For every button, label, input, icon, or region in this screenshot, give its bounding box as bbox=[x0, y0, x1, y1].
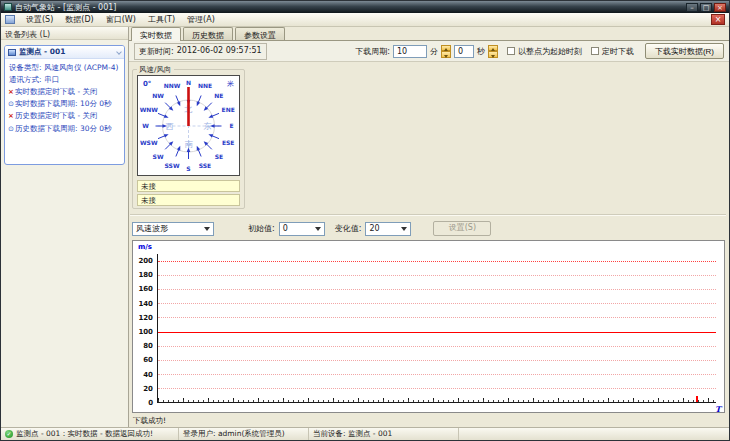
gridline bbox=[158, 346, 716, 347]
wind-unit-label: 米 bbox=[227, 80, 234, 88]
initial-value: 0 bbox=[283, 224, 288, 233]
download-status-text: 下载成功! bbox=[133, 416, 166, 426]
compass-direction-label: E bbox=[229, 122, 233, 129]
device-panel-header[interactable]: 监测点 - 001 bbox=[5, 46, 124, 59]
wind-group: 风速/风向 NNNENEENEEESESESSESSSWSWWSWWWNWNWN… bbox=[132, 69, 245, 209]
mdi-close-button[interactable]: × bbox=[711, 14, 725, 25]
tab-parameter-settings[interactable]: 参数设置 bbox=[235, 27, 285, 40]
seconds-stepper bbox=[488, 45, 498, 58]
compass-direction-label: N bbox=[186, 79, 191, 86]
initial-value-select[interactable]: 0 bbox=[279, 222, 325, 236]
y-tick-label: 0 bbox=[148, 399, 153, 407]
menu-data[interactable]: 数据(D) bbox=[59, 12, 99, 27]
hour-align-checkbox[interactable] bbox=[507, 47, 515, 55]
y-tick-label: 100 bbox=[138, 328, 153, 336]
y-tick-label: 180 bbox=[138, 271, 153, 279]
minimize-button[interactable]: – bbox=[686, 3, 698, 12]
chevron-down-icon bbox=[315, 227, 321, 231]
history-period-text: 历史数据下载周期: 30分 0秒 bbox=[15, 123, 112, 135]
compass-direction-label: WSW bbox=[140, 139, 158, 146]
tab-bar: 实时数据 历史数据 参数设置 bbox=[129, 27, 729, 41]
mdi-child-icon[interactable] bbox=[5, 15, 15, 24]
current-device-cell: 当前设备: 监测点 - 001 bbox=[309, 428, 459, 440]
minutes-unit-label: 分 bbox=[430, 46, 438, 57]
chart-controls: 风速波形 初始值: 0 变化值: 20 设置(S) bbox=[132, 218, 491, 239]
wind-degree-label: 0° bbox=[143, 80, 151, 88]
login-user-cell: 登录用户: admin(系统管理员) bbox=[179, 428, 309, 440]
compass-svg: NNNENEENEEESESESSESSSWSWWSWWWNWNWNNW北南东西… bbox=[138, 76, 239, 175]
gridline bbox=[158, 275, 716, 276]
window-title: 自动气象站 - [监测点 - 001] bbox=[15, 2, 684, 13]
waveform-select[interactable]: 风速波形 bbox=[132, 222, 214, 236]
update-time-label: 更新时间: bbox=[139, 46, 174, 57]
realtime-timed-download-line[interactable]: × 实时数据定时下载 - 关闭 bbox=[7, 86, 122, 98]
menu-tools[interactable]: 工具(T) bbox=[142, 12, 181, 27]
compass-cardinal-label: 西 bbox=[166, 122, 174, 131]
direction-arrow-icon bbox=[176, 149, 179, 156]
success-check-icon: ✓ bbox=[5, 430, 13, 438]
change-value-select[interactable]: 20 bbox=[365, 222, 411, 236]
wind-direction-field: 未接 bbox=[137, 194, 240, 206]
realtime-period-line[interactable]: ⊙ 实时数据下载周期: 10分 0秒 bbox=[7, 98, 122, 110]
maximize-button[interactable]: □ bbox=[700, 3, 712, 12]
waveform-select-value: 风速波形 bbox=[136, 223, 168, 234]
app-window: 自动气象站 - [监测点 - 001] – □ × 设置(S) 数据(D) 窗口… bbox=[0, 0, 730, 441]
minutes-input[interactable]: 10 bbox=[393, 45, 427, 58]
settings-button[interactable]: 设置(S) bbox=[433, 221, 491, 236]
menu-admin[interactable]: 管理(A) bbox=[181, 12, 221, 27]
y-tick-label: 60 bbox=[143, 356, 153, 364]
realtime-timed-download-text: 实时数据定时下载 - 关闭 bbox=[15, 86, 97, 98]
minutes-down-button[interactable] bbox=[441, 51, 451, 58]
y-tick-label: 20 bbox=[143, 385, 153, 393]
timed-download-checkbox-row: 定时下载 bbox=[591, 46, 634, 57]
compass-direction-label: SE bbox=[215, 153, 223, 160]
realtime-content: 风速/风向 NNNENEENEEESESESSESSSWSWWSWWWNWNWN… bbox=[129, 63, 729, 427]
minutes-stepper bbox=[441, 45, 451, 58]
menu-window[interactable]: 窗口(W) bbox=[100, 12, 142, 27]
compass-direction-label: ENE bbox=[222, 106, 235, 113]
y-tick-label: 200 bbox=[138, 257, 153, 265]
compass-direction-label: NE bbox=[214, 92, 223, 99]
realtime-period-text: 实时数据下载周期: 10分 0秒 bbox=[15, 98, 112, 110]
tab-history-data[interactable]: 历史数据 bbox=[183, 27, 233, 40]
section-divider bbox=[130, 214, 726, 216]
timed-download-checkbox[interactable] bbox=[591, 47, 599, 55]
status-empty-cell bbox=[459, 428, 729, 440]
initial-value-label: 初始值: bbox=[248, 223, 275, 234]
gridline bbox=[158, 374, 716, 375]
off-icon: × bbox=[7, 111, 15, 122]
x-axis-ticks bbox=[158, 398, 716, 402]
chevron-down-icon bbox=[401, 227, 407, 231]
gridline bbox=[158, 303, 716, 304]
gridline bbox=[158, 388, 716, 389]
seconds-unit-label: 秒 bbox=[477, 46, 485, 57]
menu-bar: 设置(S) 数据(D) 窗口(W) 工具(T) 管理(A) × bbox=[1, 13, 729, 27]
y-tick-label: 40 bbox=[143, 371, 153, 379]
close-button[interactable]: × bbox=[714, 3, 726, 12]
tab-realtime-data[interactable]: 实时数据 bbox=[131, 27, 181, 41]
device-type-line: 设备类型: 风速风向仪 (ACPM-4) bbox=[7, 62, 122, 74]
download-realtime-button[interactable]: 下载实时数据(R) bbox=[645, 43, 724, 59]
status-message: 监测点 - 001 : 实时数据 - 数据返回成功! bbox=[16, 429, 153, 439]
wind-speed-field: 未接 bbox=[137, 180, 240, 192]
device-type-text: 设备类型: 风速风向仪 (ACPM-4) bbox=[7, 62, 118, 74]
compass-direction-label: SSW bbox=[165, 162, 180, 169]
chevron-down-icon[interactable] bbox=[116, 49, 122, 55]
reference-line bbox=[158, 261, 716, 262]
compass-direction-label: NNW bbox=[164, 82, 181, 89]
update-time-box: 更新时间: 2012-06-02 09:57:51 bbox=[134, 43, 267, 60]
menu-settings[interactable]: 设置(S) bbox=[20, 12, 59, 27]
history-timed-download-line[interactable]: × 历史数据定时下载 - 关闭 bbox=[7, 110, 122, 122]
y-tick-label: 140 bbox=[138, 300, 153, 308]
clock-icon: ⊙ bbox=[7, 124, 15, 135]
comm-mode-line: 通讯方式: 串口 bbox=[7, 74, 122, 86]
timed-download-label: 定时下载 bbox=[602, 46, 634, 57]
compass-direction-label: ESE bbox=[222, 139, 235, 146]
seconds-input[interactable]: 0 bbox=[454, 45, 474, 58]
history-period-line[interactable]: ⊙ 历史数据下载周期: 30分 0秒 bbox=[7, 123, 122, 135]
seconds-down-button[interactable] bbox=[488, 51, 498, 58]
direction-arrow-icon bbox=[165, 103, 171, 109]
compass-direction-label: NNE bbox=[198, 82, 212, 89]
hour-align-checkbox-row: 以整点为起始时刻 bbox=[507, 46, 582, 57]
compass-direction-label: W bbox=[142, 122, 149, 129]
